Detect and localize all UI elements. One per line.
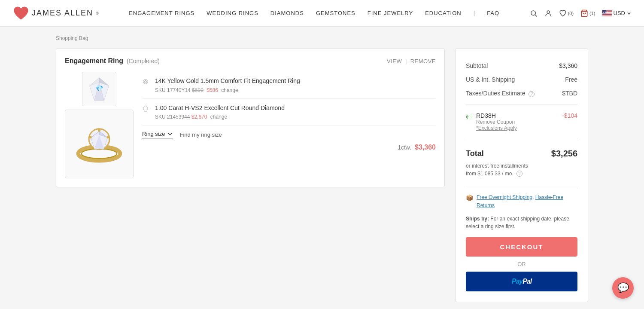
paypal-logo: PayPal xyxy=(512,278,532,285)
heart-logo-icon xyxy=(13,6,29,21)
coupon-discount: -$104 xyxy=(562,112,577,119)
diamond-thumbnail: 💎 xyxy=(82,72,116,106)
search-button[interactable] xyxy=(530,9,538,17)
svg-point-23 xyxy=(98,129,100,132)
view-button[interactable]: VIEW xyxy=(387,58,402,64)
checkout-button[interactable]: CHECKOUT xyxy=(466,237,577,257)
chevron-down-icon xyxy=(167,132,173,137)
cart-actions: VIEW | REMOVE xyxy=(387,58,436,64)
taxes-row: Taxes/Duties Estimate ? $TBD xyxy=(466,86,577,101)
total-label: Total xyxy=(466,149,484,158)
svg-point-26 xyxy=(143,80,148,84)
summary-divider-2 xyxy=(466,139,577,139)
subtotal-value: $3,360 xyxy=(559,62,577,69)
main-nav: ENGAGEMENT RINGS WEDDING RINGS DIAMONDS … xyxy=(129,10,499,16)
currency-label: USD xyxy=(614,10,625,16)
diamond-icon xyxy=(142,105,151,114)
summary-divider-1 xyxy=(466,104,577,104)
cart-count: (1) xyxy=(589,11,595,16)
nav-engagement-rings[interactable]: ENGAGEMENT RINGS xyxy=(129,10,194,16)
cart-body: 💎 xyxy=(65,72,436,178)
product-1-sku: SKU 17740Y14 $690 $586 change xyxy=(155,87,436,93)
wishlist-count: (0) xyxy=(568,11,574,16)
nav-fine-jewelry[interactable]: FINE JEWELRY xyxy=(368,10,413,16)
logo[interactable]: James Allen® xyxy=(13,6,99,21)
chat-button[interactable]: 💬 xyxy=(612,277,634,299)
svg-marker-28 xyxy=(143,106,148,111)
logo-trademark: ® xyxy=(96,11,99,15)
taxes-info-icon[interactable]: ? xyxy=(529,91,535,97)
find-ring-size-link[interactable]: Find my ring size xyxy=(179,132,222,138)
cart-header: Engagement Ring (Completed) VIEW | REMOV… xyxy=(65,57,436,65)
svg-point-24 xyxy=(106,136,109,138)
or-divider: OR xyxy=(466,261,577,267)
coupon-info: RD38H Remove Coupon *Exclusions Apply xyxy=(476,112,517,131)
ring-combined-image xyxy=(65,110,134,178)
nav-faq[interactable]: FAQ xyxy=(487,10,499,16)
cart-card: Engagement Ring (Completed) VIEW | REMOV… xyxy=(56,48,445,187)
ring-size-row: Ring size Find my ring size xyxy=(142,125,436,138)
chevron-down-icon xyxy=(627,11,631,15)
product-1-sale-price: $586 xyxy=(207,87,218,93)
cart-button[interactable]: (1) xyxy=(580,9,595,17)
shipping-links: Free Overnight Shipping, Hassle-Free Ret… xyxy=(477,193,577,210)
ships-by-text: Ships by: For an exact shipping date, pl… xyxy=(466,215,577,230)
nav-diamonds[interactable]: DIAMONDS xyxy=(270,10,304,16)
cart-details: 14K Yellow Gold 1.5mm Comfort Fit Engage… xyxy=(142,72,436,178)
header: James Allen® ENGAGEMENT RINGS WEDDING RI… xyxy=(0,0,644,27)
ring-size-label: Ring size xyxy=(142,131,165,137)
installments-info-icon[interactable]: ? xyxy=(516,171,522,177)
currency-selector[interactable]: ★★★ USD xyxy=(602,10,631,16)
svg-point-0 xyxy=(531,11,536,15)
product-1-info: 14K Yellow Gold 1.5mm Comfort Fit Engage… xyxy=(155,77,436,93)
account-button[interactable] xyxy=(544,9,552,17)
total-value: $3,256 xyxy=(551,149,577,159)
svg-text:💎: 💎 xyxy=(95,85,103,92)
svg-point-17 xyxy=(82,149,117,159)
shipping-icon: 📦 xyxy=(466,194,473,201)
ring-icon xyxy=(142,78,151,87)
nav-wedding-rings[interactable]: WEDDING RINGS xyxy=(207,10,258,16)
ring-size-selector[interactable]: Ring size xyxy=(142,131,173,138)
remove-coupon-link[interactable]: Remove Coupon xyxy=(476,119,517,125)
svg-rect-8 xyxy=(602,15,612,16)
product-2-info: 1.00 Carat H-VS2 Excellent Cut Round Dia… xyxy=(155,104,436,120)
paypal-button[interactable]: PayPal xyxy=(466,272,577,291)
product-2-name: 1.00 Carat H-VS2 Excellent Cut Round Dia… xyxy=(155,104,436,113)
free-shipping-link[interactable]: Free Overnight Shipping xyxy=(477,194,532,200)
main-content: Shopping Bag Engagement Ring (Completed)… xyxy=(43,27,601,309)
svg-line-1 xyxy=(535,15,537,16)
nav-education[interactable]: EDUCATION xyxy=(425,10,462,16)
shipping-row: US & Int. Shipping Free xyxy=(466,73,577,86)
exclusions-link[interactable]: *Exclusions Apply xyxy=(476,125,517,131)
remove-button[interactable]: REMOVE xyxy=(410,58,436,64)
product-1-name: 14K Yellow Gold 1.5mm Comfort Fit Engage… xyxy=(155,77,436,86)
coupon-code: RD38H xyxy=(476,112,517,119)
product-1-original-price: $690 xyxy=(192,87,204,93)
svg-point-2 xyxy=(547,11,550,13)
product-2-sale-price: $2,670 xyxy=(191,114,207,120)
breadcrumb: Shopping Bag xyxy=(56,35,588,41)
ring-image xyxy=(67,112,131,176)
summary-divider-3 xyxy=(466,188,577,188)
header-icons: (0) (1) ★★★ USD xyxy=(530,9,631,17)
total-row: Total $3,256 xyxy=(466,143,577,162)
shipping-label: US & Int. Shipping xyxy=(466,76,515,83)
cart-section: Engagement Ring (Completed) VIEW | REMOV… xyxy=(56,48,445,187)
cart-total-row: 1ctw. $3,360 xyxy=(142,138,436,151)
product-row-2: 1.00 Carat H-VS2 Excellent Cut Round Dia… xyxy=(142,99,436,126)
content-area: Engagement Ring (Completed) VIEW | REMOV… xyxy=(56,48,588,302)
chat-icon: 💬 xyxy=(617,282,629,294)
svg-point-27 xyxy=(144,80,146,83)
taxes-label: Taxes/Duties Estimate ? xyxy=(466,90,535,97)
svg-point-25 xyxy=(89,136,92,138)
coupon-row: 🏷 RD38H Remove Coupon *Exclusions Apply … xyxy=(466,108,577,135)
wishlist-button[interactable]: (0) xyxy=(559,9,574,17)
nav-gemstones[interactable]: GEMSTONES xyxy=(316,10,355,16)
cart-images: 💎 xyxy=(65,72,134,178)
subtotal-row: Subtotal $3,360 xyxy=(466,59,577,73)
cart-total-qty: 1ctw. xyxy=(398,144,411,151)
product-1-change-link[interactable]: change xyxy=(221,87,238,93)
product-2-change-link[interactable]: change xyxy=(210,114,227,120)
taxes-value: $TBD xyxy=(562,90,577,97)
